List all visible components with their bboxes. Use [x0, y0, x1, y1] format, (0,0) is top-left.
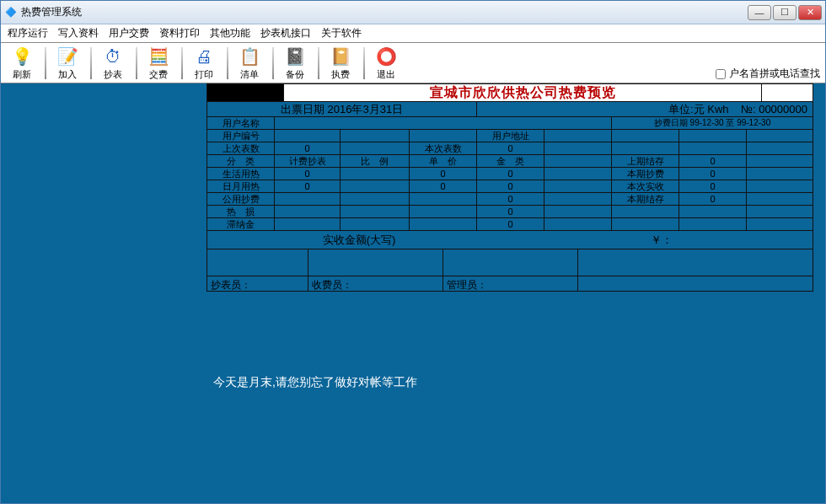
grid-cell: 单 价: [410, 155, 477, 167]
grid-cell: [544, 155, 612, 167]
tool-print[interactable]: 🖨打印: [186, 45, 222, 82]
printer-icon: 🖨: [192, 45, 216, 68]
tool-list[interactable]: 📋清单: [232, 45, 267, 82]
menu-about[interactable]: 关于软件: [316, 24, 367, 42]
exit-icon: ⭕: [374, 45, 398, 68]
preview-title-right: [762, 84, 813, 101]
grid-cell: 0: [477, 218, 544, 230]
book-icon: 📓: [283, 45, 307, 68]
grid-cell: [612, 206, 679, 217]
menu-program[interactable]: 程序运行: [3, 24, 53, 42]
grid-cell: [747, 193, 813, 205]
grid-cell: 0: [410, 180, 477, 192]
tool-add[interactable]: 📝加入: [50, 45, 85, 82]
preview-title-row: 宣城市欣欣供热公司热费预览: [206, 83, 813, 102]
tool-fee[interactable]: 📔执费: [323, 45, 358, 82]
grid-row: 上次表数0本次表数0: [207, 142, 813, 155]
unit-label: 单位:元 Kwh: [668, 103, 729, 115]
grid-cell: [747, 168, 813, 180]
grid-cell: [747, 142, 813, 154]
grid-cell: 金 类: [477, 155, 544, 167]
grid-cell: [410, 218, 477, 230]
grid-cell: 用户编号: [207, 130, 275, 142]
grid-cell: [275, 130, 341, 142]
grid-cell: [679, 142, 747, 154]
grid-row: 用户名称抄费日期 99-12-30 至 99-12-30: [207, 117, 813, 130]
grid-cell: [341, 218, 410, 230]
grid-cell: 0: [679, 193, 747, 205]
bill-no-label: №:: [741, 103, 756, 115]
grid-cell: [275, 193, 341, 205]
preview-title-left: [207, 84, 283, 101]
tool-meter[interactable]: ⏱抄表: [95, 45, 131, 82]
grid-cell: [747, 130, 813, 142]
grid-cell: 分 类: [207, 155, 275, 167]
toolbar: 💡刷新 📝加入 ⏱抄表 🧮交费 🖨打印 📋清单 📓备份 📔执费 ⭕退出 户名首拼…: [1, 43, 825, 83]
grid-cell: [410, 130, 477, 142]
grid-cell: 0: [477, 206, 544, 217]
toolbar-separator: [181, 47, 183, 79]
grid-cell: [341, 142, 410, 154]
toolbar-separator: [136, 47, 137, 79]
grid-cell: [544, 130, 612, 142]
close-button[interactable]: ✕: [798, 5, 822, 20]
search-option: 户名首拼或电话查找: [716, 67, 820, 81]
grid-cell: 0: [477, 193, 544, 205]
note-icon: 📝: [56, 45, 79, 68]
sign-row: 抄表员： 收费员： 管理员：: [206, 276, 813, 292]
search-checkbox[interactable]: [716, 69, 726, 79]
grid-cell: 0: [275, 142, 341, 154]
grid-cell: [679, 206, 747, 217]
grid-cell: 0: [477, 168, 544, 180]
app-window: 🔷 热费管理系统 — ☐ ✕ 程序运行 写入资料 用户交费 资料打印 其他功能 …: [0, 0, 826, 504]
grid-cell: 比 例: [341, 155, 410, 167]
grid-cell: [679, 218, 747, 230]
grid-cell: [544, 206, 612, 217]
list-icon: 📋: [238, 45, 261, 68]
tool-backup[interactable]: 📓备份: [277, 45, 313, 82]
amount-row: 实收金额(大写) ￥：: [206, 231, 813, 249]
bill-no-value: 00000000: [759, 103, 807, 115]
tool-exit[interactable]: ⭕退出: [368, 45, 404, 82]
menu-other[interactable]: 其他功能: [205, 24, 255, 42]
preview-header: 出票日期 2016年3月31日 单位:元 Kwh №: 00000000: [206, 102, 813, 117]
grid-cell: 滞纳金: [207, 218, 275, 230]
grid-cell: 热 损: [207, 206, 275, 217]
minimize-button[interactable]: —: [748, 5, 771, 20]
grid-cell: 本次实收: [612, 180, 679, 192]
grid-row: 滞纳金0: [207, 218, 813, 231]
grid-row: 生活用热000本期抄费0: [207, 168, 813, 180]
menubar: 程序运行 写入资料 用户交费 资料打印 其他功能 抄表机接口 关于软件: [1, 24, 825, 43]
empty-row: [206, 249, 813, 276]
grid-cell: 0: [275, 168, 341, 180]
grid-cell: 计费抄表: [275, 155, 341, 167]
issue-date-label: 出票日期: [281, 103, 324, 115]
grid-cell: [747, 180, 813, 192]
lightbulb-icon: 💡: [10, 45, 34, 68]
grid-cell: [679, 130, 747, 142]
menu-input[interactable]: 写入资料: [53, 24, 104, 42]
amount-symbol: ￥：: [651, 233, 673, 248]
grid-cell: 抄费日期 99-12-30 至 99-12-30: [612, 117, 813, 129]
grid-row: 热 损0: [207, 206, 813, 218]
menu-print[interactable]: 资料打印: [154, 24, 205, 42]
tool-refresh[interactable]: 💡刷新: [4, 45, 40, 82]
toolbar-separator: [90, 47, 92, 79]
grid-cell: [544, 180, 612, 192]
grid-cell: [410, 193, 477, 205]
reminder-text: 今天是月末,请您别忘了做好对帐等工作: [213, 375, 417, 390]
grid-cell: 本次表数: [410, 142, 477, 154]
menu-meter[interactable]: 抄表机接口: [255, 24, 316, 42]
maximize-button[interactable]: ☐: [773, 5, 796, 20]
grid-cell: 0: [679, 155, 747, 167]
grid-cell: [612, 218, 679, 230]
grid-cell: [410, 206, 477, 217]
grid-cell: [612, 130, 679, 142]
bill-grid: 用户名称抄费日期 99-12-30 至 99-12-30用户编号用户地址上次表数…: [206, 117, 813, 231]
menu-payment[interactable]: 用户交费: [104, 24, 154, 42]
grid-cell: 本期结存: [612, 193, 679, 205]
tool-pay[interactable]: 🧮交费: [141, 45, 176, 82]
grid-row: 用户编号用户地址: [207, 130, 813, 142]
grid-cell: 0: [477, 180, 544, 192]
notebook-icon: 📔: [329, 45, 352, 68]
